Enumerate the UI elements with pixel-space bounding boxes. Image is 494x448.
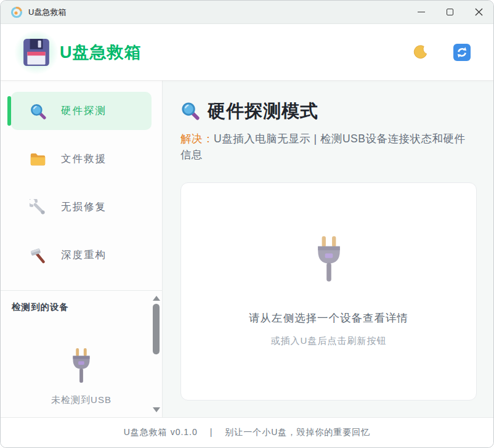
- scrollbar-thumb[interactable]: [153, 304, 160, 354]
- header-actions: [411, 43, 471, 62]
- footer-text: U盘急救箱 v0.1.0 | 别让一个小U盘，毁掉你的重要回忆: [124, 427, 371, 438]
- app-title: U盘急救箱: [60, 41, 142, 63]
- footer: U盘急救箱 v0.1.0 | 别让一个小U盘，毁掉你的重要回忆: [1, 417, 493, 447]
- refresh-button[interactable]: [453, 43, 471, 62]
- app-window: U盘急救箱 U盘急救箱: [0, 0, 494, 448]
- minimize-button[interactable]: [407, 1, 435, 23]
- wrench-icon: [30, 199, 46, 216]
- device-panel-title: 检测到的设备: [1, 291, 162, 313]
- refresh-icon: [453, 44, 471, 61]
- scrollbar-track[interactable]: [152, 301, 161, 407]
- minimize-icon: [418, 12, 425, 13]
- empty-state-secondary-text: 或插入U盘后点击刷新按钮: [271, 335, 387, 347]
- page-subtitle: 解决：U盘插入电脑无显示 | 检测USB设备连接状态和硬件信息: [180, 131, 475, 163]
- plug-icon: [311, 235, 347, 285]
- scroll-up-arrow-icon[interactable]: [153, 296, 160, 301]
- sidebar-item-hardware-detect[interactable]: 硬件探测: [11, 92, 152, 130]
- device-detail-card: 请从左侧选择一个设备查看详情 或插入U盘后点击刷新按钮: [180, 182, 477, 401]
- device-panel: 检测到的设备 未检测到USB: [1, 291, 162, 417]
- app-logo-icon: [10, 6, 23, 18]
- sidebar-item-label: 硬件探测: [61, 104, 107, 118]
- app-header: U盘急救箱: [1, 24, 493, 81]
- close-icon: [475, 8, 483, 16]
- floppy-disk-icon: [22, 38, 51, 67]
- active-indicator: [7, 96, 11, 126]
- device-empty-state: 未检测到USB: [1, 348, 162, 406]
- window-title: U盘急救箱: [28, 7, 66, 18]
- body: 硬件探测 文件救援: [1, 81, 493, 417]
- device-empty-text: 未检测到USB: [51, 394, 111, 406]
- sidebar-item-label: 文件救援: [61, 152, 107, 166]
- sidebar-item-label: 深度重构: [61, 248, 107, 262]
- main-title-row: 硬件探测模式: [180, 99, 475, 124]
- sidebar: 硬件探测 文件救援: [1, 81, 163, 417]
- maximize-button[interactable]: [435, 1, 464, 23]
- theme-toggle-button[interactable]: [411, 43, 429, 62]
- device-list-scrollbar: [152, 295, 161, 413]
- magnifier-icon: [30, 103, 46, 120]
- empty-state-primary-text: 请从左侧选择一个设备查看详情: [249, 311, 408, 325]
- maximize-icon: [447, 9, 453, 15]
- titlebar: U盘急救箱: [1, 1, 493, 24]
- sidebar-item-label: 无损修复: [61, 200, 107, 214]
- folder-icon: [30, 151, 46, 168]
- window-controls: [407, 1, 493, 23]
- main-content: 硬件探测模式 解决：U盘插入电脑无显示 | 检测USB设备连接状态和硬件信息: [163, 81, 493, 417]
- close-button[interactable]: [464, 1, 493, 23]
- sidebar-nav: 硬件探测 文件救援: [1, 81, 162, 284]
- sidebar-item-file-rescue[interactable]: 文件救援: [11, 140, 152, 178]
- scroll-down-arrow-icon[interactable]: [153, 407, 160, 412]
- hammer-icon: [30, 247, 46, 264]
- page-title: 硬件探测模式: [208, 99, 318, 124]
- sidebar-item-lossless-repair[interactable]: 无损修复: [11, 188, 152, 226]
- sidebar-item-deep-rebuild[interactable]: 深度重构: [11, 236, 152, 274]
- subtitle-prefix: 解决：: [180, 132, 214, 145]
- plug-icon: [68, 348, 95, 386]
- moon-icon: [412, 44, 428, 60]
- subtitle-body: U盘插入电脑无显示 | 检测USB设备连接状态和硬件信息: [180, 132, 465, 161]
- magnifier-icon: [180, 101, 200, 123]
